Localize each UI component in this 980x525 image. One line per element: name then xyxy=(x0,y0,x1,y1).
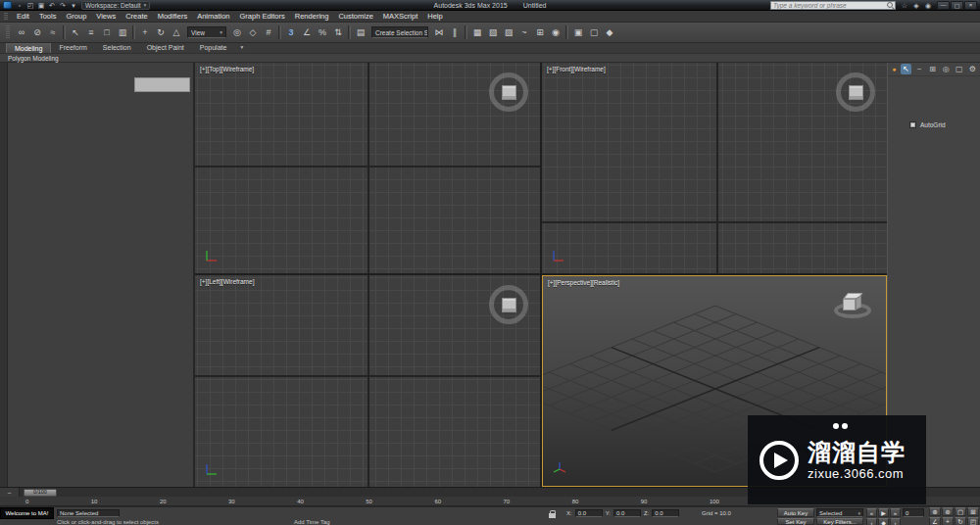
tab-selection[interactable]: Selection xyxy=(95,42,139,53)
select-and-scale-icon[interactable]: △ xyxy=(169,24,184,40)
undo-icon[interactable]: ↶ xyxy=(47,1,57,10)
viewcube[interactable] xyxy=(489,285,528,324)
window-crossing-toggle-icon[interactable]: ▥ xyxy=(115,24,130,40)
y-coord-field[interactable]: 0.0 xyxy=(613,509,641,517)
named-selection-sets-dropdown[interactable]: Create Selection Se ▾ xyxy=(371,26,428,38)
hierarchy-tab-icon[interactable]: ⊞ xyxy=(927,64,939,74)
unlink-selection-icon[interactable]: ⊘ xyxy=(29,24,45,40)
auto-key-button[interactable]: Auto Key xyxy=(777,508,814,517)
project-folder-icon[interactable]: ▾ xyxy=(69,1,78,10)
autogrid-checkbox[interactable] xyxy=(909,121,916,128)
set-key-button[interactable]: Set Key xyxy=(777,518,814,525)
viewport-front-label[interactable]: [+][Front][Wireframe] xyxy=(547,66,606,72)
menu-group[interactable]: Group xyxy=(61,11,91,23)
toggle-scene-explorer-icon[interactable]: ▦ xyxy=(469,24,485,40)
rendered-frame-window-icon[interactable]: ▢ xyxy=(586,24,602,40)
menu-edit[interactable]: Edit xyxy=(12,11,34,23)
workspace-dropdown[interactable]: Workspace: Default ▾ xyxy=(81,1,150,10)
select-by-name-icon[interactable]: ≡ xyxy=(83,24,99,40)
orbit-icon[interactable]: ↻ xyxy=(955,517,966,525)
menu-create[interactable]: Create xyxy=(121,11,153,23)
reference-coordinate-dropdown[interactable]: View ▾ xyxy=(187,26,226,38)
polygon-modeling-panel-label[interactable]: Polygon Modeling xyxy=(8,55,59,62)
material-editor-icon[interactable]: ◉ xyxy=(548,24,564,40)
current-frame-field[interactable]: 0 xyxy=(903,508,924,517)
viewcube[interactable] xyxy=(489,72,528,112)
select-and-move-icon[interactable]: + xyxy=(137,24,153,40)
select-object-icon[interactable]: ↖ xyxy=(68,24,83,40)
tab-freeform[interactable]: Freeform xyxy=(51,42,94,53)
sign-in-icon[interactable]: ◉ xyxy=(923,1,933,10)
render-setup-icon[interactable]: ▣ xyxy=(570,24,586,40)
viewcube[interactable] xyxy=(836,72,875,112)
menu-maxscript[interactable]: MAXScript xyxy=(378,11,422,23)
viewport-front[interactable]: [+][Front][Wireframe] xyxy=(542,63,887,273)
menu-tools[interactable]: Tools xyxy=(34,11,62,23)
select-and-manipulate-icon[interactable]: ◇ xyxy=(245,24,261,40)
maximize-viewport-toggle-icon[interactable]: ◰ xyxy=(967,517,979,525)
viewcube[interactable] xyxy=(833,288,874,325)
display-tab-icon[interactable]: ▢ xyxy=(954,64,965,74)
menu-animation[interactable]: Animation xyxy=(192,11,234,23)
toolbar-grip[interactable] xyxy=(6,25,10,39)
open-file-icon[interactable]: ◰ xyxy=(25,1,35,10)
selection-lock-icon[interactable] xyxy=(549,513,556,518)
menu-help[interactable]: Help xyxy=(422,11,447,23)
modify-tab-icon[interactable]: ~ xyxy=(913,64,925,74)
create-tab-icon[interactable]: ↖ xyxy=(901,64,912,74)
keyboard-shortcut-override-icon[interactable]: # xyxy=(261,24,276,40)
percent-snap-toggle-icon[interactable]: % xyxy=(315,24,330,40)
toggle-layer-explorer-icon[interactable]: ▧ xyxy=(485,24,501,40)
ribbon-options-chevron-icon[interactable]: ▾ xyxy=(240,42,243,53)
redo-icon[interactable]: ↷ xyxy=(58,1,68,10)
viewport-left[interactable]: [+][Left][Wireframe] xyxy=(195,275,540,487)
search-input[interactable] xyxy=(773,2,885,9)
select-and-link-icon[interactable]: ∞ xyxy=(14,24,29,40)
favorites-star-icon[interactable]: ☆ xyxy=(900,1,909,10)
key-mode-toggle-icon[interactable]: ◆ xyxy=(878,518,889,525)
go-to-end-icon[interactable]: » xyxy=(890,508,901,517)
field-of-view-icon[interactable]: ∠ xyxy=(929,517,941,525)
tab-modeling[interactable]: Modeling xyxy=(6,42,51,53)
viewport-top[interactable]: [+][Top][Wireframe] xyxy=(195,63,540,273)
key-filters-button[interactable]: Key Filters... xyxy=(816,518,863,525)
viewport-perspective-label[interactable]: [+][Perspective][Realistic] xyxy=(548,279,619,286)
previous-frame-icon[interactable]: ‹ xyxy=(866,518,877,525)
key-set-dropdown[interactable]: Selected ▾ xyxy=(816,508,863,517)
render-production-icon[interactable]: ◆ xyxy=(602,24,617,40)
zoom-extents-icon[interactable]: ▢ xyxy=(955,507,966,516)
use-pivot-point-center-icon[interactable]: ◎ xyxy=(229,24,245,40)
select-and-rotate-icon[interactable]: ↻ xyxy=(153,24,169,40)
go-to-start-icon[interactable]: « xyxy=(866,508,877,517)
welcome-tooltip[interactable]: Welcome to MA! xyxy=(0,507,54,519)
bind-to-space-warp-icon[interactable]: ≈ xyxy=(45,24,61,40)
curve-editor-icon[interactable]: ~ xyxy=(516,24,532,40)
rectangular-selection-region-icon[interactable]: □ xyxy=(99,24,115,40)
add-time-tag[interactable]: Add Time Tag xyxy=(294,519,330,525)
save-file-icon[interactable]: ▣ xyxy=(36,1,46,10)
pan-view-icon[interactable]: + xyxy=(942,517,954,525)
menu-views[interactable]: Views xyxy=(91,11,121,23)
menu-grip[interactable] xyxy=(4,13,8,21)
menu-rendering[interactable]: Rendering xyxy=(290,11,334,23)
zoom-icon[interactable]: ⊕ xyxy=(929,507,941,516)
menu-modifiers[interactable]: Modifiers xyxy=(153,11,192,23)
tab-populate[interactable]: Populate xyxy=(192,42,235,53)
app-logo-icon[interactable] xyxy=(3,1,12,9)
align-icon[interactable]: ∥ xyxy=(447,24,463,40)
play-animation-icon[interactable]: ▶ xyxy=(878,508,889,517)
viewport-top-label[interactable]: [+][Top][Wireframe] xyxy=(200,66,254,72)
tab-object-paint[interactable]: Object Paint xyxy=(139,42,192,53)
new-scene-icon[interactable]: ▫ xyxy=(15,1,24,10)
viewport-left-label[interactable]: [+][Left][Wireframe] xyxy=(200,278,254,285)
close-button[interactable]: × xyxy=(964,1,977,10)
angle-snap-toggle-icon[interactable]: ∠ xyxy=(299,24,315,40)
menu-customize[interactable]: Customize xyxy=(333,11,377,23)
spinner-snap-toggle-icon[interactable]: ⇅ xyxy=(330,24,346,40)
zoom-all-icon[interactable]: ⊛ xyxy=(942,507,954,516)
schematic-view-icon[interactable]: ⊞ xyxy=(532,24,548,40)
search-icon[interactable] xyxy=(887,2,893,8)
z-coord-field[interactable]: 0.0 xyxy=(652,509,679,517)
mirror-icon[interactable]: ⋈ xyxy=(431,24,447,40)
utilities-tab-icon[interactable]: ⚙ xyxy=(966,64,978,74)
